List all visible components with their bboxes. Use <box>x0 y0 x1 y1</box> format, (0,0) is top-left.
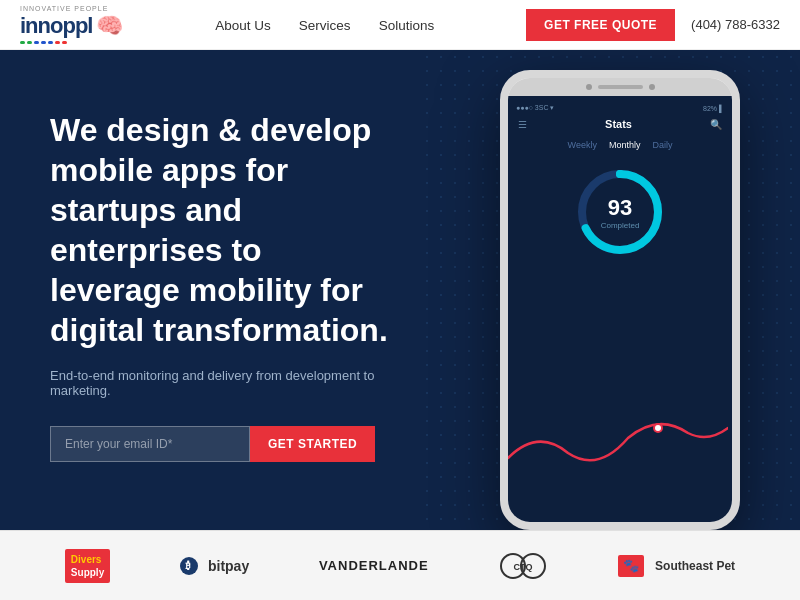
bitpay-label: bitpay <box>208 558 249 574</box>
wave-chart <box>508 408 732 482</box>
southeast-pet-label: Southeast Pet <box>655 559 735 573</box>
email-form: GET STARTED <box>50 426 390 462</box>
phone-frame: ●●●○ 3SC ▾ 82% ▌ ☰ Stats 🔍 Weekly Monthl… <box>500 70 740 530</box>
client-diverse: DiversSupply <box>65 549 110 583</box>
svg-point-4 <box>655 425 661 431</box>
vanderlande-label: VANDERLANDE <box>319 558 429 573</box>
tab-monthly: Monthly <box>609 140 641 150</box>
phone-status-bar: ●●●○ 3SC ▾ 82% ▌ <box>516 104 724 112</box>
line-chart <box>508 408 728 478</box>
phone-mockup: ●●●○ 3SC ▾ 82% ▌ ☰ Stats 🔍 Weekly Monthl… <box>500 70 740 530</box>
tab-weekly: Weekly <box>568 140 597 150</box>
nav-about[interactable]: About Us <box>215 18 271 33</box>
header: INNOVATIVE PEOPLE innoppl 🧠 About Us <box>0 0 800 50</box>
phone-app-header: ☰ Stats 🔍 <box>516 118 724 130</box>
clients-bar: DiversSupply ₿ bitpay VANDERLANDE CTQ 🐾 … <box>0 530 800 600</box>
get-free-quote-button[interactable]: GET FREE QUOTE <box>526 9 675 41</box>
phone-speaker <box>598 85 643 89</box>
hero-section: We design & develop mobile apps for star… <box>0 50 800 530</box>
hamburger-icon: ☰ <box>518 119 527 130</box>
phone-battery: 82% ▌ <box>703 105 724 112</box>
phone-screen: ●●●○ 3SC ▾ 82% ▌ ☰ Stats 🔍 Weekly Monthl… <box>508 96 732 522</box>
client-ctq: CTQ <box>498 551 548 581</box>
phone-tabs: Weekly Monthly Daily <box>516 140 724 150</box>
client-vanderlande: VANDERLANDE <box>319 558 429 573</box>
stats-chart: 93 Completed <box>516 162 724 262</box>
client-bitpay: ₿ bitpay <box>180 557 249 575</box>
chart-number: 93 <box>608 195 632 220</box>
chart-center: 93 Completed <box>601 195 640 230</box>
phone-search-icon: 🔍 <box>710 119 722 130</box>
diverse-supply-logo: DiversSupply <box>65 549 110 583</box>
svg-text:CTQ: CTQ <box>514 562 533 572</box>
nav-services[interactable]: Services <box>299 18 351 33</box>
logo-dots <box>20 41 123 44</box>
phone-sensor <box>649 84 655 90</box>
logo: INNOVATIVE PEOPLE innoppl 🧠 <box>20 5 123 44</box>
ctq-icon: CTQ <box>498 551 548 581</box>
hero-subtext: End-to-end monitoring and delivery from … <box>50 368 390 398</box>
hero-content: We design & develop mobile apps for star… <box>0 50 430 462</box>
nav-solutions[interactable]: Solutions <box>379 18 435 33</box>
southeast-pet-icon: 🐾 <box>618 555 644 577</box>
logo-tagline: INNOVATIVE PEOPLE <box>20 5 108 12</box>
hero-heading: We design & develop mobile apps for star… <box>50 110 390 350</box>
bitcoin-icon: ₿ <box>180 557 198 575</box>
logo-name: innoppl <box>20 13 92 39</box>
phone-number: (404) 788-6332 <box>691 17 780 32</box>
get-started-button[interactable]: GET STARTED <box>250 426 375 462</box>
phone-app-title: Stats <box>605 118 632 130</box>
svg-point-2 <box>616 170 624 178</box>
phone-top-bar <box>508 78 732 96</box>
chart-label: Completed <box>601 221 640 230</box>
brain-icon: 🧠 <box>96 13 123 39</box>
phone-camera <box>586 84 592 90</box>
phone-signal: ●●●○ 3SC ▾ <box>516 104 554 112</box>
client-southeast-pet: 🐾 Southeast Pet <box>618 555 735 577</box>
email-input[interactable] <box>50 426 250 462</box>
header-right: GET FREE QUOTE (404) 788-6332 <box>526 9 780 41</box>
tab-daily: Daily <box>652 140 672 150</box>
main-nav: About Us Services Solutions <box>215 16 434 34</box>
